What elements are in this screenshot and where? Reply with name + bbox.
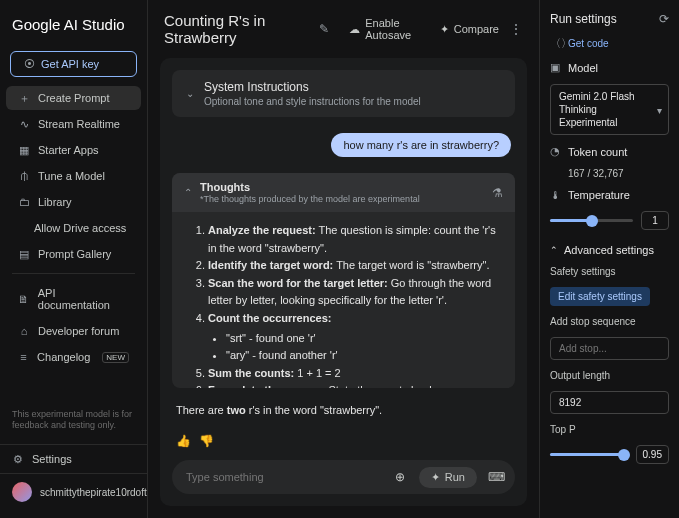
nav-settings[interactable]: ⚙ Settings	[0, 444, 147, 473]
compare-icon: ✦	[440, 23, 449, 36]
temperature-label: Temperature	[568, 189, 630, 201]
get-api-key-button[interactable]: ⦿ Get API key	[10, 51, 137, 77]
logo: Google AI Studio	[0, 8, 147, 41]
flask-icon: ⚗	[492, 186, 503, 200]
model-label: Model	[568, 62, 598, 74]
output-length-input[interactable]	[550, 391, 669, 414]
code-icon: 〈〉	[550, 36, 562, 51]
gear-icon: ⚙	[12, 453, 24, 465]
nav-label: Stream Realtime	[38, 118, 120, 130]
feedback-row: 👍 👎	[172, 432, 515, 450]
token-label: Token count	[568, 146, 627, 158]
forum-icon: ⌂	[18, 325, 30, 337]
adv-label: Advanced settings	[564, 244, 654, 256]
nav-label: API documentation	[38, 287, 129, 311]
api-key-label: Get API key	[41, 58, 99, 70]
token-icon: ◔	[550, 145, 562, 158]
sparkle-icon: ✦	[431, 471, 440, 484]
key-icon: ⦿	[23, 58, 35, 70]
prompt-input[interactable]	[186, 471, 381, 483]
cloud-icon: ☁	[349, 23, 360, 36]
nav-changelog[interactable]: ≡ Changelog NEW	[6, 345, 141, 369]
sidebar: Google AI Studio ⦿ Get API key ＋ Create …	[0, 0, 148, 518]
get-code-link[interactable]: 〈〉 Get code	[550, 36, 669, 51]
stop-seq-label: Add stop sequence	[550, 316, 669, 327]
enable-autosave-button[interactable]: ☁ Enable Autosave	[349, 17, 429, 41]
chevron-up-icon: ⌃	[184, 187, 192, 198]
safety-label: Safety settings	[550, 266, 669, 277]
nav-label: Create Prompt	[38, 92, 110, 104]
topp-slider[interactable]	[550, 453, 628, 456]
thumbs-down-icon[interactable]: 👎	[199, 434, 214, 448]
run-settings-title: Run settings	[550, 12, 617, 26]
topp-label: Top P	[550, 424, 669, 435]
settings-label: Settings	[32, 453, 72, 465]
plus-icon: ＋	[18, 92, 30, 104]
chevron-down-icon: ⌄	[186, 88, 194, 99]
edit-title-icon[interactable]: ✎	[319, 22, 329, 36]
user-message: how many r's are in strawberry?	[331, 133, 511, 157]
thoughts-subtitle: *The thoughts produced by the model are …	[200, 194, 420, 204]
compare-label: Compare	[454, 23, 499, 35]
nav-prompt-gallery[interactable]: ▤ Prompt Gallery	[6, 242, 141, 266]
gallery-icon: ▤	[18, 248, 30, 260]
thoughts-title: Thoughts	[200, 181, 420, 193]
nav-label: Changelog	[37, 351, 90, 363]
temperature-slider[interactable]	[550, 219, 633, 222]
prompt-input-bar: ⊕ ✦ Run ⌨	[172, 460, 515, 494]
thoughts-body: Analyze the request: The question is sim…	[172, 212, 515, 388]
nav-label: Library	[38, 196, 72, 208]
compare-button[interactable]: ✦ Compare	[440, 23, 499, 36]
nav-starter-apps[interactable]: ▦ Starter Apps	[6, 138, 141, 162]
nav-create-prompt[interactable]: ＋ Create Prompt	[6, 86, 141, 110]
nav-label: Developer forum	[38, 325, 119, 337]
model-value: Gemini 2.0 Flash Thinking Experimental	[559, 91, 635, 128]
divider	[12, 273, 135, 274]
nav-label: Prompt Gallery	[38, 248, 111, 260]
nav-allow-drive[interactable]: Allow Drive access	[6, 216, 141, 240]
more-menu-icon[interactable]: ⋮	[509, 21, 523, 37]
nav-api-docs[interactable]: 🗎 API documentation	[6, 281, 141, 317]
thoughts-panel: ⌃ Thoughts *The thoughts produced by the…	[172, 173, 515, 388]
nav-dev-forum[interactable]: ⌂ Developer forum	[6, 319, 141, 343]
temperature-value[interactable]: 1	[641, 211, 669, 230]
page-title: Counting R's in Strawberry	[164, 12, 309, 46]
doc-icon: 🗎	[18, 293, 30, 305]
token-value: 167 / 32,767	[550, 168, 669, 179]
nav-label: Tune a Model	[38, 170, 105, 182]
add-attachment-icon[interactable]: ⊕	[389, 466, 411, 488]
new-badge: NEW	[102, 352, 129, 363]
system-instructions-panel[interactable]: ⌄ System Instructions Optional tone and …	[172, 70, 515, 117]
tune-icon: ⫛	[18, 170, 30, 182]
apps-icon: ▦	[18, 144, 30, 156]
refresh-icon[interactable]: ⟳	[659, 12, 669, 26]
sysinst-title: System Instructions	[204, 80, 421, 94]
main-panel: Counting R's in Strawberry ✎ ☁ Enable Au…	[148, 0, 539, 518]
autosave-label: Enable Autosave	[365, 17, 429, 41]
model-icon: ▣	[550, 61, 562, 74]
nav-label: Allow Drive access	[34, 222, 126, 234]
user-account[interactable]: schmittythepirate10rdoft...	[0, 473, 147, 510]
model-response: There are two r's in the word "strawberr…	[172, 398, 515, 422]
thoughts-header[interactable]: ⌃ Thoughts *The thoughts produced by the…	[172, 173, 515, 212]
advanced-settings-toggle[interactable]: ⌃ Advanced settings	[550, 244, 669, 256]
nav-stream-realtime[interactable]: ∿ Stream Realtime	[6, 112, 141, 136]
topp-value[interactable]: 0.95	[636, 445, 669, 464]
changelog-icon: ≡	[18, 351, 29, 363]
wave-icon: ∿	[18, 118, 30, 130]
library-icon: 🗀	[18, 196, 30, 208]
edit-safety-button[interactable]: Edit safety settings	[550, 287, 650, 306]
nav-label: Starter Apps	[38, 144, 99, 156]
header: Counting R's in Strawberry ✎ ☁ Enable Au…	[148, 0, 539, 58]
model-select[interactable]: Gemini 2.0 Flash Thinking Experimental	[550, 84, 669, 135]
run-label: Run	[445, 471, 465, 483]
avatar	[12, 482, 32, 502]
keyboard-icon[interactable]: ⌨	[485, 466, 507, 488]
temp-icon: 🌡	[550, 189, 562, 201]
run-button[interactable]: ✦ Run	[419, 467, 477, 488]
stop-sequence-input[interactable]	[550, 337, 669, 360]
nav-tune-model[interactable]: ⫛ Tune a Model	[6, 164, 141, 188]
nav-library[interactable]: 🗀 Library	[6, 190, 141, 214]
thumbs-up-icon[interactable]: 👍	[176, 434, 191, 448]
username: schmittythepirate10rdoft...	[40, 487, 147, 498]
